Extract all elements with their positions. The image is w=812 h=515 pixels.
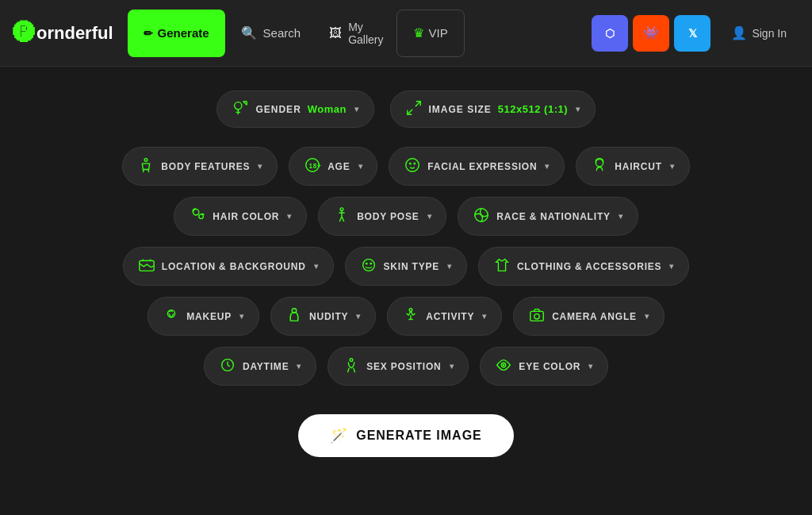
option-row-4: MAKEUP ▾ NUDITY ▾ ACTIVITY ▾ (32, 297, 780, 336)
sign-in-button[interactable]: 👤 Sign In (718, 17, 799, 48)
location-background-label: LOCATION & BACKGROUND (162, 261, 306, 272)
camera-angle-chevron: ▾ (645, 312, 649, 321)
option-row-3: LOCATION & BACKGROUND ▾ SKIN TYPE ▾ CLOT… (32, 247, 780, 286)
sex-position-pill[interactable]: SEX POSITION ▾ (327, 347, 469, 386)
svg-point-28 (362, 259, 374, 271)
main-content: GENDER Woman ▾ IMAGE SIZE 512x512 (1:1) … (0, 67, 812, 481)
eye-color-label: EYE COLOR (519, 361, 580, 372)
makeup-label: MAKEUP (186, 311, 232, 322)
generate-image-button[interactable]: 🪄 GENERATE IMAGE (298, 414, 514, 457)
nudity-pill[interactable]: NUDITY ▾ (270, 297, 376, 336)
location-background-pill[interactable]: LOCATION & BACKGROUND ▾ (123, 247, 334, 286)
svg-point-19 (340, 208, 343, 211)
sign-in-label: Sign In (752, 27, 787, 40)
clothing-accessories-label: CLOTHING & ACCESSORIES (517, 261, 662, 272)
twitter-button[interactable]: 𝕏 (674, 15, 710, 52)
nav-generate-button[interactable]: ✏ Generate (128, 10, 225, 57)
svg-point-14 (409, 163, 412, 165)
body-pose-pill[interactable]: BODY POSE ▾ (318, 197, 446, 236)
clothing-accessories-pill[interactable]: CLOTHING & ACCESSORIES ▾ (478, 247, 689, 286)
facial-expression-label: FACIAL EXPRESSION (427, 161, 537, 172)
vip-icon: ♛ (413, 25, 424, 40)
generate-section: 🪄 GENERATE IMAGE (32, 414, 780, 457)
discord-button[interactable]: ⬡ (592, 15, 628, 52)
age-chevron: ▾ (358, 162, 363, 171)
svg-line-7 (407, 110, 412, 114)
body-pose-label: BODY POSE (357, 211, 419, 222)
body-features-label: BODY FEATURES (161, 161, 250, 172)
facial-expression-icon (404, 156, 421, 176)
search-icon: 🔍 (241, 25, 257, 40)
svg-point-17 (193, 209, 199, 215)
hair-color-icon (189, 206, 206, 226)
reddit-icon: 👾 (643, 25, 659, 40)
twitter-icon: 𝕏 (688, 27, 697, 40)
reddit-button[interactable]: 👾 (633, 15, 669, 52)
haircut-pill[interactable]: HAIRCUT ▾ (576, 147, 689, 186)
eye-color-chevron: ▾ (588, 362, 593, 371)
camera-angle-pill[interactable]: CAMERA ANGLE ▾ (513, 297, 665, 336)
makeup-pill[interactable]: MAKEUP ▾ (147, 297, 259, 336)
hair-color-label: HAIR COLOR (213, 211, 279, 222)
person-icon: 👤 (731, 25, 747, 40)
facial-expression-chevron: ▾ (545, 162, 550, 171)
discord-icon: ⬡ (605, 27, 615, 40)
haircut-icon (591, 156, 608, 176)
image-size-chevron: ▾ (576, 105, 580, 113)
makeup-icon (163, 306, 180, 326)
activity-icon (402, 306, 419, 326)
race-nationality-icon (473, 206, 490, 226)
activity-pill[interactable]: ACTIVITY ▾ (387, 297, 502, 336)
age-icon: 18+ (304, 156, 321, 176)
skin-type-pill[interactable]: SKIN TYPE ▾ (345, 247, 467, 286)
nav-search-button[interactable]: 🔍 Search (225, 10, 317, 57)
hair-color-chevron: ▾ (287, 212, 292, 221)
eye-color-icon (495, 356, 512, 376)
daytime-label: DAYTIME (243, 361, 289, 372)
wand-icon: 🪄 (330, 427, 348, 444)
race-nationality-chevron: ▾ (619, 212, 623, 221)
facial-expression-pill[interactable]: FACIAL EXPRESSION ▾ (389, 147, 565, 186)
options-grid: BODY FEATURES ▾ 18+ AGE ▾ FACIAL EXPRESS… (32, 147, 780, 386)
body-features-pill[interactable]: BODY FEATURES ▾ (122, 147, 278, 186)
nav-vip-button[interactable]: ♛ VIP (396, 10, 465, 57)
haircut-chevron: ▾ (670, 162, 675, 171)
nudity-label: NUDITY (309, 311, 348, 322)
gender-value: Woman (308, 103, 347, 115)
svg-rect-25 (140, 261, 154, 271)
sex-position-label: SEX POSITION (366, 361, 441, 372)
hair-color-pill[interactable]: HAIR COLOR ▾ (174, 197, 307, 236)
svg-point-16 (596, 159, 603, 167)
nudity-icon (285, 306, 303, 326)
svg-point-18 (199, 214, 204, 219)
svg-point-13 (406, 159, 419, 172)
clothing-accessories-icon (493, 256, 511, 276)
image-size-filter[interactable]: IMAGE SIZE 512x512 (1:1) ▾ (390, 90, 596, 128)
gender-filter[interactable]: GENDER Woman ▾ (216, 90, 373, 128)
svg-text:18+: 18+ (309, 163, 322, 170)
option-row-2: HAIR COLOR ▾ BODY POSE ▾ RACE & NATIONAL… (32, 197, 780, 236)
svg-point-30 (370, 263, 372, 265)
svg-line-40 (228, 365, 230, 367)
age-pill[interactable]: 18+ AGE ▾ (289, 147, 377, 186)
svg-point-0 (235, 102, 242, 110)
race-nationality-pill[interactable]: RACE & NATIONALITY ▾ (458, 197, 638, 236)
nav-gallery-button[interactable]: 🖼 MyGallery (316, 10, 396, 57)
camera-angle-icon (528, 306, 546, 326)
body-pose-icon (333, 206, 350, 226)
svg-point-33 (409, 309, 412, 312)
svg-point-8 (145, 159, 148, 162)
race-nationality-label: RACE & NATIONALITY (496, 211, 611, 222)
vip-label: VIP (429, 26, 448, 40)
svg-line-10 (148, 170, 149, 173)
generate-nav-icon: ✏ (144, 27, 153, 40)
activity-label: ACTIVITY (426, 311, 474, 322)
sex-position-chevron: ▾ (450, 362, 454, 371)
logo-icon: 🅟 (13, 20, 35, 46)
eye-color-pill[interactable]: EYE COLOR ▾ (480, 347, 608, 386)
image-size-icon (405, 99, 423, 119)
daytime-pill[interactable]: DAYTIME ▾ (204, 347, 316, 386)
body-features-icon (137, 156, 155, 176)
generate-image-label: GENERATE IMAGE (356, 429, 482, 443)
logo-text: ornderful (36, 23, 113, 44)
